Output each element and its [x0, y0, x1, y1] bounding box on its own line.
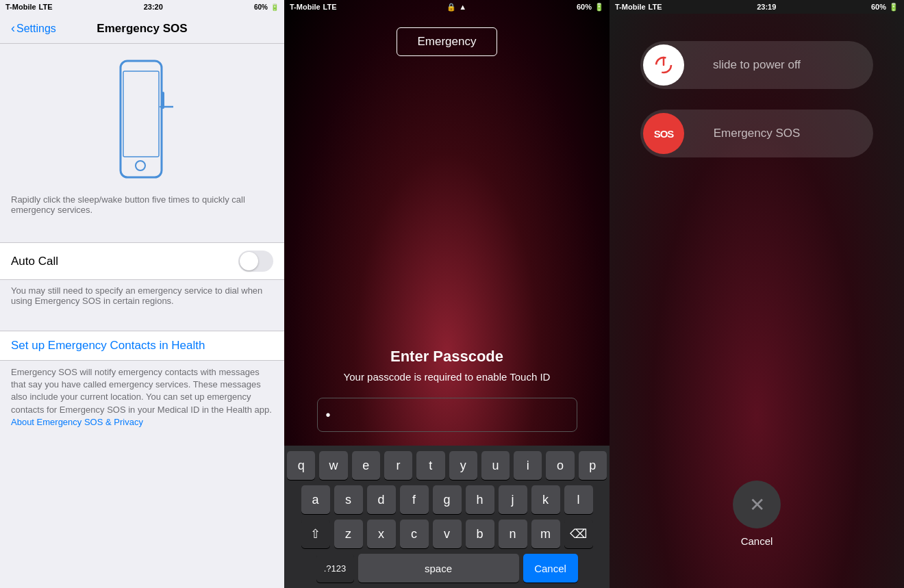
passcode-mid: Enter Passcode Your passcode is required… — [284, 63, 610, 446]
delete-key[interactable]: ⌫ — [564, 520, 593, 548]
battery-1: 60% — [254, 3, 268, 11]
lock-icon-2: 🔒 — [447, 3, 456, 12]
carrier-3: T-Mobile — [615, 3, 646, 11]
power-content: slide to power off SOS Emergency SOS ✕ C… — [610, 14, 904, 588]
keyboard-area: q w e r t y u i o p a s d f g h j k — [284, 446, 610, 588]
power-icon — [643, 44, 684, 86]
keyboard-row-1: q w e r t y u i o p — [287, 451, 607, 480]
svg-point-2 — [136, 161, 145, 170]
key-k[interactable]: k — [531, 485, 560, 514]
section-spacing-2 — [0, 317, 284, 331]
settings-panel: T-Mobile LTE 23:20 60% 🔋 ‹ Settings Emer… — [0, 0, 284, 588]
passcode-subtitle: Your passcode is required to enable Touc… — [344, 370, 551, 384]
key-q[interactable]: q — [287, 451, 315, 480]
key-u[interactable]: u — [481, 451, 510, 480]
key-j[interactable]: j — [499, 485, 527, 514]
passcode-input[interactable] — [317, 398, 577, 432]
settings-content: Rapidly click the sleep/wake button five… — [0, 44, 284, 588]
body-text: Emergency SOS will notify emergency cont… — [0, 361, 284, 434]
sos-icon: SOS — [643, 113, 684, 154]
passcode-overlay: T-Mobile LTE 🔒 ▲ 60% 🔋 Emergency Enter P… — [284, 0, 610, 588]
status-bar-2: T-Mobile LTE 🔒 ▲ 60% 🔋 — [284, 0, 610, 14]
key-o[interactable]: o — [546, 451, 574, 480]
location-icon-2: ▲ — [459, 3, 466, 11]
key-b[interactable]: b — [466, 520, 494, 548]
auto-call-description: You may still need to specify an emergen… — [0, 280, 284, 317]
keyboard-row-3: ⇧ z x c v b n m ⌫ — [287, 520, 607, 548]
emergency-sos-slider[interactable]: SOS Emergency SOS — [640, 110, 873, 157]
passcode-title: Enter Passcode — [390, 348, 503, 366]
key-p[interactable]: p — [579, 451, 607, 480]
space-key[interactable]: space — [358, 554, 519, 583]
cancel-area: ✕ Cancel — [733, 481, 781, 547]
slider-row: slide to power off SOS Emergency SOS — [623, 41, 890, 157]
key-s[interactable]: s — [334, 485, 363, 514]
nav-bar-1: ‹ Settings Emergency SOS — [0, 14, 284, 44]
emergency-button[interactable]: Emergency — [397, 27, 498, 56]
power-off-label: slide to power off — [684, 58, 870, 72]
battery-icon-3: 🔋 — [889, 3, 899, 12]
cancel-label: Cancel — [741, 535, 773, 547]
section-spacing-1 — [0, 229, 284, 242]
network-2: LTE — [323, 3, 337, 11]
battery-icon-2: 🔋 — [594, 3, 604, 12]
battery-icon-1: 🔋 — [271, 3, 279, 11]
back-chevron-icon: ‹ — [11, 21, 15, 36]
key-w[interactable]: w — [319, 451, 347, 480]
back-label[interactable]: Settings — [16, 23, 56, 35]
key-h[interactable]: h — [466, 485, 494, 514]
key-d[interactable]: d — [367, 485, 396, 514]
auto-call-toggle[interactable] — [238, 251, 273, 272]
power-off-slider[interactable]: slide to power off — [640, 41, 873, 89]
key-i[interactable]: i — [514, 451, 542, 480]
auto-call-section: Auto Call — [0, 242, 284, 280]
nav-title: Emergency SOS — [97, 22, 187, 36]
time-3: 23:19 — [757, 3, 776, 11]
key-v[interactable]: v — [433, 520, 462, 548]
network-1: LTE — [39, 3, 53, 11]
key-e[interactable]: e — [352, 451, 380, 480]
key-t[interactable]: t — [416, 451, 444, 480]
status-bar-3: T-Mobile LTE 23:19 60% 🔋 — [610, 0, 904, 14]
info-text: Rapidly click the sleep/wake button five… — [0, 188, 284, 229]
network-3: LTE — [649, 3, 662, 11]
num-sym-key[interactable]: .?123 — [316, 554, 354, 583]
shift-key[interactable]: ⇧ — [301, 520, 330, 548]
auto-call-row[interactable]: Auto Call — [0, 243, 284, 279]
cancel-button[interactable]: ✕ — [733, 481, 781, 528]
carrier-2: T-Mobile — [290, 3, 321, 11]
key-r[interactable]: r — [384, 451, 412, 480]
passcode-panel: T-Mobile LTE 🔒 ▲ 60% 🔋 Emergency Enter P… — [284, 0, 610, 588]
key-l[interactable]: l — [564, 485, 593, 514]
time-1: 23:20 — [144, 3, 163, 11]
back-button[interactable]: ‹ Settings — [11, 21, 56, 36]
key-y[interactable]: y — [449, 451, 477, 480]
passcode-top: Emergency — [284, 14, 610, 63]
auto-call-label: Auto Call — [11, 255, 58, 268]
health-contacts-section: Set up Emergency Contacts in Health — [0, 331, 284, 361]
health-contacts-link[interactable]: Set up Emergency Contacts in Health — [11, 339, 205, 352]
key-m[interactable]: m — [531, 520, 560, 548]
key-n[interactable]: n — [499, 520, 527, 548]
key-f[interactable]: f — [400, 485, 429, 514]
keyboard-row-2: a s d f g h j k l — [287, 485, 607, 514]
battery-2: 60% — [577, 3, 592, 11]
privacy-link[interactable]: About Emergency SOS & Privacy — [11, 417, 143, 427]
status-bar-1: T-Mobile LTE 23:20 60% 🔋 — [0, 0, 284, 14]
key-c[interactable]: c — [400, 520, 429, 548]
svg-rect-1 — [123, 71, 159, 157]
keyboard-bottom-row: .?123 space Cancel — [287, 554, 607, 583]
phone-svg — [108, 57, 177, 181]
battery-3: 60% — [871, 3, 886, 11]
cancel-x-icon: ✕ — [749, 494, 765, 516]
phone-illustration — [0, 44, 284, 188]
key-g[interactable]: g — [433, 485, 462, 514]
key-z[interactable]: z — [334, 520, 363, 548]
power-panel: T-Mobile LTE 23:19 60% 🔋 slide to power … — [610, 0, 904, 588]
sos-label: Emergency SOS — [684, 127, 870, 140]
toggle-knob — [240, 252, 258, 270]
body-text-content: Emergency SOS will notify emergency cont… — [11, 367, 272, 415]
cancel-keyboard-button[interactable]: Cancel — [523, 554, 578, 583]
key-a[interactable]: a — [301, 485, 330, 514]
key-x[interactable]: x — [367, 520, 396, 548]
